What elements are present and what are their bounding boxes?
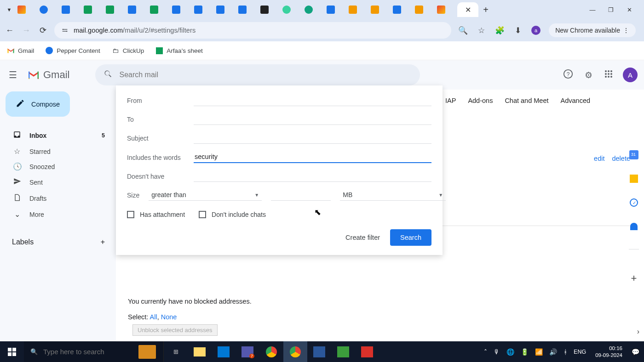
taskbar-search-input[interactable]: [43, 348, 133, 356]
site-info-icon[interactable]: [61, 26, 69, 34]
tab-20[interactable]: [435, 3, 456, 17]
to-input[interactable]: [194, 113, 431, 125]
tab-18[interactable]: [391, 3, 412, 17]
has-attachment-checkbox[interactable]: Has attachment: [127, 211, 185, 218]
tab-3[interactable]: [60, 3, 81, 17]
taskbar-app-teams[interactable]: 7: [236, 341, 259, 362]
subject-input[interactable]: [194, 132, 431, 144]
language-indicator[interactable]: ENG: [574, 349, 586, 355]
settings-gear-icon[interactable]: ⚙: [582, 70, 594, 80]
tab-12[interactable]: [259, 3, 280, 17]
tab-gmail[interactable]: [16, 3, 37, 17]
bookmark-arfaa[interactable]: Arfaa's sheet: [155, 46, 202, 55]
start-button[interactable]: [0, 341, 24, 362]
tab-advanced[interactable]: Advanced: [561, 97, 591, 104]
back-icon[interactable]: ←: [5, 26, 15, 35]
tab-imap[interactable]: IAP: [445, 97, 456, 104]
tab-15[interactable]: [325, 3, 346, 17]
taskbar-search[interactable]: 🔍: [24, 341, 164, 362]
bluetooth-icon[interactable]: ᚼ: [564, 348, 567, 356]
search-icon[interactable]: [104, 69, 113, 81]
notification-icon[interactable]: 💬: [632, 348, 639, 356]
unblock-button[interactable]: Unblock selected addresses: [132, 324, 218, 336]
sidebar-item-more[interactable]: ⌄ More: [4, 207, 112, 221]
search-input[interactable]: [119, 71, 412, 79]
keep-icon[interactable]: [629, 174, 639, 184]
bookmark-pepper[interactable]: Pepper Content: [45, 46, 100, 55]
maximize-icon[interactable]: ❐: [606, 6, 615, 13]
search-button[interactable]: Search: [390, 229, 431, 246]
includes-input[interactable]: [194, 151, 431, 163]
tab-9[interactable]: [192, 3, 213, 17]
tab-13[interactable]: [281, 3, 302, 17]
new-tab-icon[interactable]: +: [479, 5, 492, 15]
tab-17[interactable]: [369, 3, 390, 17]
contacts-icon[interactable]: [629, 221, 639, 232]
sidebar-item-starred[interactable]: ☆ Starred: [4, 144, 112, 158]
taskbar-app-word[interactable]: [307, 341, 331, 362]
tab-11[interactable]: [236, 3, 258, 17]
tab-5[interactable]: [104, 3, 125, 17]
doesnt-input[interactable]: [194, 170, 431, 182]
create-filter-link[interactable]: Create filter: [345, 234, 380, 241]
add-apps-icon[interactable]: +: [631, 272, 637, 284]
forward-icon[interactable]: →: [21, 26, 31, 35]
bookmark-clickup[interactable]: 🗀 ClickUp: [111, 46, 144, 55]
select-none-link[interactable]: None: [161, 313, 177, 321]
bookmark-star-icon[interactable]: ☆: [476, 26, 486, 35]
add-label-icon[interactable]: +: [101, 238, 105, 246]
battery-icon[interactable]: 🔋: [521, 348, 529, 356]
tab-addons[interactable]: Add-ons: [468, 97, 493, 104]
tab-8[interactable]: [170, 3, 191, 17]
mic-icon[interactable]: 🎙: [494, 348, 500, 356]
tab-19[interactable]: [413, 3, 434, 17]
tab-6[interactable]: [126, 3, 147, 17]
select-all-link[interactable]: All: [150, 313, 157, 321]
sidebar-item-sent[interactable]: Sent: [4, 175, 112, 190]
tab-chatmeet[interactable]: Chat and Meet: [505, 97, 548, 104]
profile-avatar-small[interactable]: a: [531, 26, 540, 35]
minimize-icon[interactable]: —: [588, 6, 597, 13]
size-value-input[interactable]: [271, 193, 331, 201]
sidebar-item-inbox[interactable]: Inbox 5: [4, 128, 112, 143]
edit-link[interactable]: edit: [594, 155, 604, 162]
collapse-panel-icon[interactable]: ›: [637, 328, 639, 336]
clock[interactable]: 00:16 09-09-2024: [592, 345, 625, 358]
tab-16[interactable]: [347, 3, 368, 17]
compose-button[interactable]: Compose: [6, 91, 70, 117]
tab-14[interactable]: [303, 3, 324, 17]
sidebar-item-drafts[interactable]: Drafts: [4, 191, 112, 206]
taskbar-app-chrome1[interactable]: [259, 341, 283, 362]
no-chats-checkbox[interactable]: Don't include chats: [199, 211, 266, 218]
gmail-logo[interactable]: Gmail: [27, 69, 69, 81]
tab-2[interactable]: [38, 3, 59, 17]
tab-active[interactable]: ✕: [457, 2, 478, 17]
taskbar-app-outlook[interactable]: [212, 341, 236, 362]
bookmark-gmail[interactable]: Gmail: [6, 46, 34, 55]
tab-7[interactable]: [148, 3, 169, 17]
sidebar-item-snoozed[interactable]: 🕓 Snoozed: [4, 159, 112, 174]
tasks-icon[interactable]: ✓: [629, 198, 639, 208]
downloads-icon[interactable]: ⬇: [513, 26, 523, 35]
search-url-icon[interactable]: 🔍: [458, 26, 468, 35]
volume-icon[interactable]: 🔊: [549, 348, 557, 356]
size-unit-select[interactable]: MB ▼: [340, 189, 446, 201]
chrome-update-button[interactable]: New Chrome available ⋮: [549, 23, 636, 37]
calendar-icon[interactable]: 31: [629, 150, 639, 160]
taskbar-app-camtasia1[interactable]: [331, 341, 355, 362]
size-operator-select[interactable]: greater than ▼: [149, 189, 262, 201]
tabs-dropdown-icon[interactable]: ▼: [4, 7, 15, 12]
close-window-icon[interactable]: ✕: [625, 6, 634, 13]
taskbar-app-explorer[interactable]: [188, 341, 212, 362]
from-input[interactable]: [194, 95, 431, 106]
profile-avatar[interactable]: A: [623, 68, 638, 82]
apps-grid-icon[interactable]: [603, 70, 615, 80]
extensions-icon[interactable]: 🧩: [494, 26, 505, 35]
hamburger-icon[interactable]: ☰: [6, 69, 19, 80]
search-bar[interactable]: [95, 64, 420, 85]
tray-chevron-icon[interactable]: ˄: [484, 348, 487, 356]
tab-4[interactable]: [82, 3, 103, 17]
globe-icon[interactable]: 🌐: [506, 348, 514, 356]
url-field[interactable]: mail.google.com/mail/u/2/#settings/filte…: [54, 22, 451, 39]
tab-10[interactable]: [214, 3, 236, 17]
